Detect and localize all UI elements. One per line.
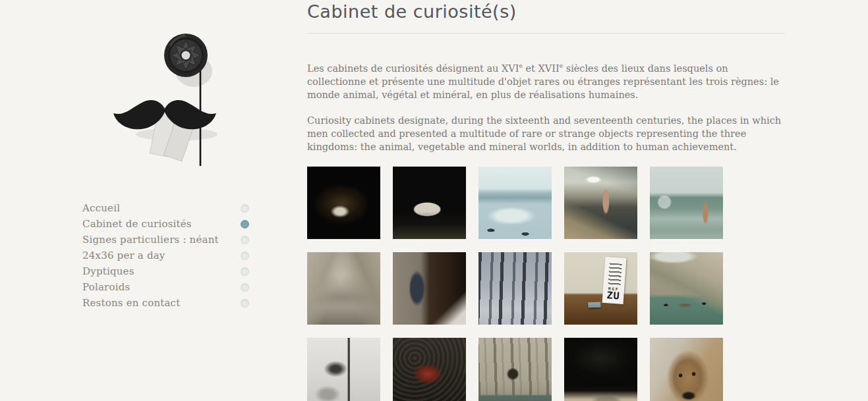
nav-item-polaroids[interactable]: Polaroids <box>82 279 249 295</box>
intro-fr-text: Les cabinets de curiosités désignent au … <box>307 63 519 74</box>
intro-paragraph-french: Les cabinets de curiosités désignent au … <box>307 59 783 101</box>
photo-thumb-caravan-at-night[interactable] <box>393 167 466 239</box>
eye-chart-rows <box>608 263 622 286</box>
photo-thumb-insect-on-white-wall[interactable] <box>307 338 380 401</box>
photo-thumb-dog-close-up[interactable] <box>650 338 723 401</box>
sidebar: Accueil Cabinet de curiosités Signes par… <box>0 0 283 401</box>
nav-label: Restons en contact <box>82 297 180 309</box>
content-area: Cabinet de curiosité(s) Les cabinets de … <box>307 0 786 401</box>
photo-grid: MGFZU <box>307 167 723 401</box>
nav-label: Signes particuliers : néant <box>82 234 219 246</box>
nav-label: Dyptiques <box>82 265 134 277</box>
nav-radio-restons-en-contact[interactable] <box>241 299 249 307</box>
nav-item-signes-particuliers[interactable]: Signes particuliers : néant <box>82 232 249 248</box>
photo-thumb-pale-seascape-with-swans[interactable] <box>478 167 552 239</box>
nav-radio-polaroids[interactable] <box>241 283 249 292</box>
intro-paragraph-english: Curiosity cabinets designate, during the… <box>307 114 783 153</box>
nav-radio-cabinet-de-curiosites[interactable] <box>241 220 249 228</box>
title-divider <box>307 33 785 34</box>
photo-thumb-dark-rocks-and-tentacle[interactable] <box>564 338 637 401</box>
photo-thumb-bare-winter-forest[interactable] <box>478 252 552 325</box>
photo-thumb-red-flowers-on-dark-ground[interactable] <box>393 338 466 401</box>
photo-thumb-swimmer-on-pontoon[interactable] <box>564 167 637 239</box>
nav-label: Polaroids <box>82 281 130 293</box>
photo-thumb-abandoned-village-street[interactable] <box>307 252 380 325</box>
nav-radio-24x36-per-a-day[interactable] <box>241 252 249 260</box>
eye-chart-line-big: ZU <box>606 290 620 301</box>
nav-label: Cabinet de curiosités <box>82 218 192 230</box>
nav-label: 24x36 per a day <box>82 250 165 261</box>
eye-chart-overlay: MGFZU <box>602 257 627 304</box>
nav-radio-dyptiques[interactable] <box>241 267 249 276</box>
main-nav: Accueil Cabinet de curiosités Signes par… <box>82 200 249 311</box>
mustache-monocle-logo-graphic <box>111 30 219 170</box>
nav-item-dyptiques[interactable]: Dyptiques <box>82 263 249 279</box>
nav-item-accueil[interactable]: Accueil <box>82 200 249 216</box>
site-logo[interactable] <box>111 30 219 170</box>
page-title: Cabinet de curiosité(s) <box>307 1 517 22</box>
nav-item-cabinet-de-curiosites[interactable]: Cabinet de curiosités <box>82 216 249 232</box>
nav-item-24x36-per-a-day[interactable]: 24x36 per a day <box>82 248 249 263</box>
photo-thumb-cliff-over-teal-sea[interactable] <box>650 252 723 325</box>
nav-label: Accueil <box>82 202 120 214</box>
nav-item-restons-en-contact[interactable]: Restons en contact <box>82 295 249 311</box>
camera-lens-icon <box>164 34 208 77</box>
photo-thumb-dress-hanging-in-dark-room[interactable] <box>393 252 466 325</box>
photo-thumb-chamois-on-rock-face[interactable] <box>478 338 552 401</box>
book-on-dresser <box>588 302 600 307</box>
nav-radio-accueil[interactable] <box>241 204 249 213</box>
photo-thumb-eye-chart-on-dresser[interactable]: MGFZU <box>564 252 637 325</box>
nav-radio-signes-particuliers[interactable] <box>241 236 249 244</box>
intro-fr-text: et XVII <box>523 63 560 74</box>
photo-thumb-bather-entering-sea[interactable] <box>650 167 723 239</box>
photo-thumb-growling-animal-in-dark[interactable] <box>307 167 380 239</box>
